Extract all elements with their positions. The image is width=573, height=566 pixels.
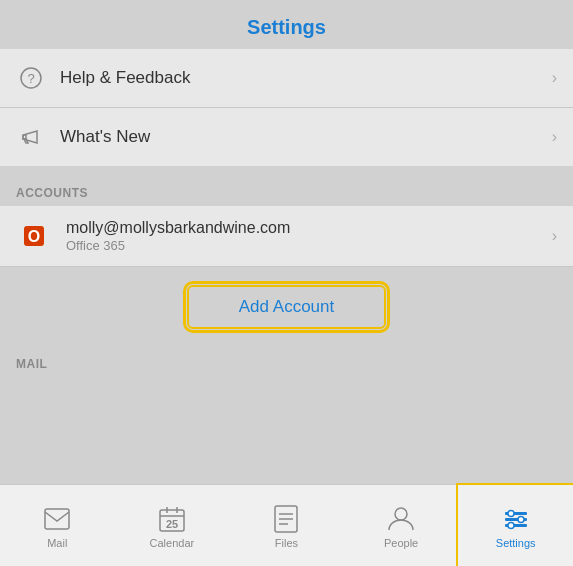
megaphone-icon xyxy=(16,122,46,152)
tab-people-label: People xyxy=(384,537,418,549)
help-feedback-label: Help & Feedback xyxy=(60,68,552,88)
tab-bar: Mail 25 Calendar xyxy=(0,484,573,566)
tab-calendar-label: Calendar xyxy=(150,537,195,549)
tab-files-label: Files xyxy=(275,537,298,549)
page-title: Settings xyxy=(247,16,326,38)
account-row[interactable]: O molly@mollysbarkandwine.com Office 365… xyxy=(0,206,573,267)
svg-point-20 xyxy=(508,522,514,528)
calendar-icon: 25 xyxy=(158,505,186,533)
svg-point-18 xyxy=(508,510,514,516)
svg-point-19 xyxy=(518,516,524,522)
header: Settings xyxy=(0,0,573,49)
people-icon xyxy=(387,505,415,533)
office365-icon: O xyxy=(16,218,52,254)
svg-rect-4 xyxy=(45,509,69,529)
accounts-section: O molly@mollysbarkandwine.com Office 365… xyxy=(0,206,573,267)
tab-mail[interactable]: Mail xyxy=(0,485,115,566)
account-info: molly@mollysbarkandwine.com Office 365 xyxy=(66,219,552,253)
question-circle-icon: ? xyxy=(16,63,46,93)
tab-people[interactable]: People xyxy=(344,485,459,566)
add-account-container: Add Account xyxy=(0,267,573,347)
mail-icon xyxy=(43,505,71,533)
svg-text:O: O xyxy=(28,228,40,245)
help-feedback-item[interactable]: ? Help & Feedback › xyxy=(0,49,573,108)
files-icon xyxy=(272,505,300,533)
whats-new-label: What's New xyxy=(60,127,552,147)
page-container: Settings ? Help & Feedback › xyxy=(0,0,573,566)
tab-settings[interactable]: Settings xyxy=(458,485,573,566)
accounts-section-label: ACCOUNTS xyxy=(0,174,573,206)
add-account-button[interactable]: Add Account xyxy=(187,285,386,329)
svg-text:?: ? xyxy=(27,71,34,86)
tab-calendar[interactable]: 25 Calendar xyxy=(115,485,230,566)
separator-1 xyxy=(0,166,573,174)
tab-mail-label: Mail xyxy=(47,537,67,549)
tab-files[interactable]: Files xyxy=(229,485,344,566)
settings-icon xyxy=(502,505,530,533)
tab-settings-label: Settings xyxy=(496,537,536,549)
mail-section-label: MAIL xyxy=(0,347,573,375)
whats-new-chevron-icon: › xyxy=(552,128,557,146)
account-chevron-icon: › xyxy=(552,227,557,245)
content-area: ? Help & Feedback › What's New › xyxy=(0,49,573,484)
help-chevron-icon: › xyxy=(552,69,557,87)
whats-new-item[interactable]: What's New › xyxy=(0,108,573,166)
account-type: Office 365 xyxy=(66,238,552,253)
svg-text:25: 25 xyxy=(166,518,178,530)
svg-point-14 xyxy=(395,508,407,520)
top-list-section: ? Help & Feedback › What's New › xyxy=(0,49,573,166)
account-email: molly@mollysbarkandwine.com xyxy=(66,219,552,237)
